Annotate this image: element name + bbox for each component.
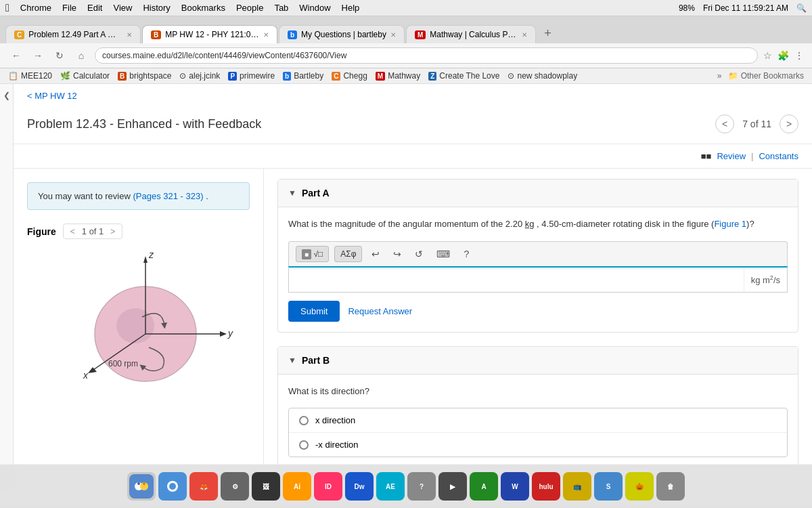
address-bar: ← → ↻ ⌂ ☆ 🧩 ⋮ (0, 43, 812, 68)
tab-problem[interactable]: C Problem 12.49 Part A What Is ✕ (5, 25, 141, 43)
constants-link[interactable]: Constants (759, 151, 798, 161)
breadcrumb[interactable]: < MP HW 12 (14, 84, 812, 108)
bookmark-bartleby[interactable]: b Bartleby (283, 71, 323, 81)
menu-window[interactable]: Window (299, 3, 330, 13)
undo-button[interactable]: ↩ (367, 247, 384, 261)
part-a-body: What is the magnitude of the angular mom… (278, 207, 798, 332)
more-menu-icon[interactable]: ⋮ (794, 50, 804, 61)
figure-link[interactable]: Figure 1 (714, 219, 746, 229)
help-button[interactable]: ? (459, 247, 473, 261)
sidebar-toggle[interactable]: ❮ (0, 84, 14, 492)
dock-help[interactable]: ? (407, 472, 436, 501)
dock-ai[interactable]: Ai (283, 472, 311, 501)
answer-input[interactable] (289, 268, 744, 292)
dock-s[interactable]: S (594, 472, 623, 501)
dock-ae[interactable]: AE (376, 472, 405, 501)
figure-next-button[interactable]: > (109, 227, 116, 236)
bookmark-primewire[interactable]: P primewire (228, 71, 275, 81)
bookmark-calculator[interactable]: 🌿 Calculator (60, 71, 110, 81)
figure-svg: z x y 600 rpm (44, 246, 233, 395)
bookmarks-more[interactable]: » 📁 Other Bookmarks (717, 71, 804, 81)
dock-photos[interactable]: 🖼 (252, 472, 280, 501)
apple-menu[interactable]:  (5, 2, 9, 14)
dock-app3[interactable]: 📺 (563, 472, 591, 501)
dock-dw[interactable]: Dw (345, 472, 374, 501)
tab-mathway-close-icon[interactable]: ✕ (522, 31, 527, 39)
tab-close-icon[interactable]: ✕ (127, 31, 132, 39)
action-row: Submit Request Answer (288, 301, 788, 322)
refresh-button[interactable]: ↻ (51, 47, 68, 64)
dock-id[interactable]: ID (314, 472, 342, 501)
next-problem-button[interactable]: > (780, 114, 798, 133)
redo-button[interactable]: ↪ (389, 247, 405, 261)
clock: Fri Dec 11 11:59:21 AM (703, 3, 788, 13)
menu-history[interactable]: History (143, 3, 170, 13)
tab-bartleby[interactable]: b My Questions | bartleby ✕ (279, 25, 405, 43)
dock: 🦊 ⚙ 🖼 Ai ID Dw AE ? ▶ A W hulu 📺 S 🎃 🗑 (0, 464, 812, 505)
submit-button[interactable]: Submit (288, 301, 340, 322)
prev-problem-button[interactable]: < (715, 114, 734, 133)
dock-chrome[interactable] (158, 472, 187, 501)
tab-mp-hw-close-icon[interactable]: ✕ (263, 31, 269, 39)
dock-system[interactable]: ⚙ (221, 472, 249, 501)
dock-app1[interactable]: A (470, 472, 498, 501)
bookmark-mee120[interactable]: 📋 MEE120 (8, 71, 52, 81)
svg-point-21 (169, 483, 176, 490)
svg-point-17 (137, 482, 140, 485)
info-link[interactable]: (Pages 321 - 323) (133, 191, 203, 201)
review-link[interactable]: Review (717, 151, 746, 161)
keyboard-button[interactable]: ⌨ (432, 247, 454, 261)
menu-view[interactable]: View (113, 3, 132, 13)
part-a-header[interactable]: ▼ Part A (278, 179, 798, 207)
tab-problem-label: Problem 12.49 Part A What Is (28, 30, 122, 39)
bookmark-brightspace[interactable]: B brightspace (118, 71, 171, 81)
menu-help[interactable]: Help (342, 3, 360, 13)
menu-bookmarks[interactable]: Bookmarks (181, 3, 225, 13)
tab-mathway[interactable]: M Mathway | Calculus Problem S ✕ (406, 25, 536, 43)
bookmark-mathway[interactable]: M Mathway (376, 71, 420, 81)
address-input[interactable] (95, 47, 758, 64)
forward-button[interactable]: → (30, 47, 46, 64)
part-b-header[interactable]: ▼ Part B (278, 347, 798, 375)
calculator-icon: 🌿 (60, 71, 70, 81)
back-button[interactable]: ← (8, 47, 24, 64)
bookmark-shadowplay[interactable]: ⊙ new shadowplay (508, 71, 577, 81)
tab-bartleby-close-icon[interactable]: ✕ (390, 31, 396, 39)
new-tab-button[interactable]: + (537, 24, 558, 43)
radio-neg-x-direction[interactable]: -x direction (289, 433, 787, 457)
radio-x-direction[interactable]: x direction (289, 408, 787, 433)
figure-prev-button[interactable]: < (69, 227, 76, 236)
search-icon[interactable]: 🔍 (796, 3, 807, 13)
dock-finder[interactable] (127, 472, 156, 501)
refresh-button[interactable]: ↺ (411, 247, 427, 261)
dock-trash[interactable]: 🗑 (656, 472, 685, 501)
dock-firefox[interactable]: 🦊 (189, 472, 218, 501)
part-a-label: Part A (302, 188, 330, 198)
symbol-button[interactable]: ΑΣφ (334, 246, 362, 262)
tab-mp-hw[interactable]: B MP HW 12 - PHY 121:0001-Ph ✕ (142, 25, 277, 43)
extension-icon[interactable]: 🧩 (777, 50, 789, 61)
review-separator: | (751, 151, 753, 161)
dock-terminal[interactable]: ▶ (438, 472, 467, 501)
figure-header: Figure < 1 of 1 > (27, 224, 250, 239)
dock-hulu[interactable]: hulu (532, 472, 560, 501)
home-button[interactable]: ⌂ (73, 47, 89, 64)
bookmark-alej[interactable]: ⊙ alej.jcink (179, 71, 220, 81)
dock-app4[interactable]: 🎃 (625, 472, 654, 501)
figure-section: Figure < 1 of 1 > (27, 224, 250, 395)
bookmark-star-icon[interactable]: ☆ (763, 50, 772, 61)
radio-x-circle (299, 416, 309, 425)
dock-app2[interactable]: W (501, 472, 529, 501)
svg-text:y: y (227, 328, 233, 339)
bookmark-chegg[interactable]: C Chegg (332, 71, 367, 81)
menu-people[interactable]: People (236, 3, 263, 13)
menu-chrome[interactable]: Chrome (20, 3, 51, 13)
menu-file[interactable]: File (62, 3, 76, 13)
menu-tab[interactable]: Tab (274, 3, 288, 13)
bookmark-create-love[interactable]: Z Create The Love (428, 71, 499, 81)
menu-edit[interactable]: Edit (87, 3, 102, 13)
request-answer-link[interactable]: Request Answer (348, 306, 412, 316)
mee120-icon: 📋 (8, 71, 18, 81)
info-text: You may want to review (38, 191, 133, 201)
formula-button[interactable]: ■ √□ (296, 246, 329, 262)
